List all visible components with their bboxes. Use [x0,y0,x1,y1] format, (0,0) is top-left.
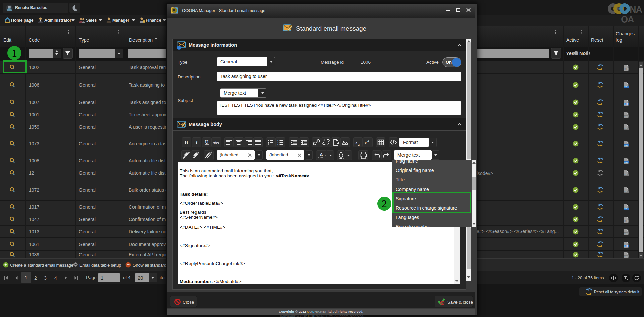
svg-text:x: x [365,140,367,145]
svg-text:LOG: LOG [624,245,628,247]
svg-text:LOG: LOG [624,145,628,146]
svg-text:LOG: LOG [624,161,628,163]
svg-text:LOG: LOG [624,128,628,129]
svg-text:LOG: LOG [624,174,628,176]
svg-text:LOG: LOG [624,191,628,193]
svg-text:2: 2 [367,139,369,142]
svg-text:LOG: LOG [624,116,628,117]
svg-text:LOG: LOG [624,68,628,70]
svg-text:x: x [355,140,358,145]
svg-text:LOG: LOG [624,232,628,234]
svg-text:LOG: LOG [624,103,628,105]
svg-text:LOG: LOG [624,208,628,209]
svg-text:U: U [205,140,208,145]
svg-text:NA: NA [630,5,642,15]
svg-text:QA: QA [621,14,634,23]
svg-text:LOG: LOG [624,86,628,88]
svg-text:A: A [320,152,323,157]
svg-text:B: B [185,140,188,145]
svg-text:LOG: LOG [624,220,628,222]
svg-text:LOG: LOG [624,255,628,257]
svg-text:3: 3 [277,143,278,146]
svg-text:2: 2 [358,143,360,146]
svg-text:I: I [195,140,198,145]
